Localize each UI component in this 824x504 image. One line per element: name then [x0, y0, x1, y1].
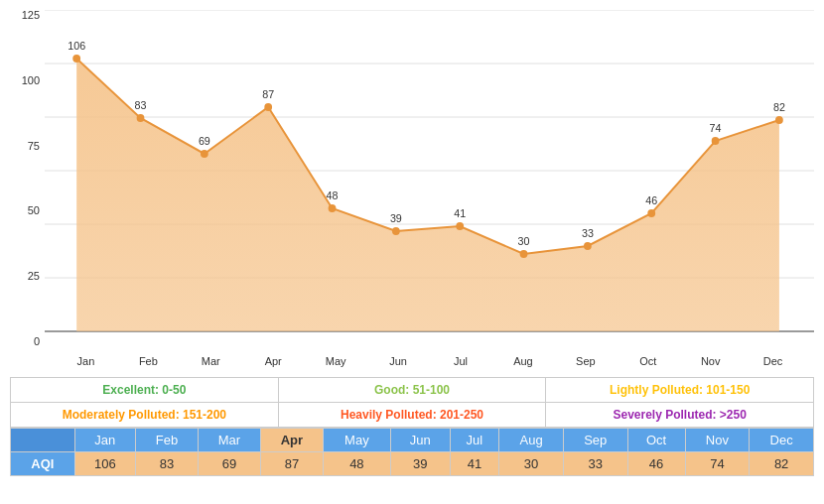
- y-axis: 125 100 75 50 25 0: [10, 10, 45, 347]
- point-jan: [72, 55, 80, 63]
- legend-moderately: Moderately Polluted: 151-200: [11, 403, 279, 427]
- label-jan: 106: [68, 40, 85, 52]
- x-tick-may: May: [305, 355, 367, 367]
- point-nov: [712, 137, 720, 145]
- table-header-feb: Feb: [136, 429, 199, 452]
- legend-row-1: Excellent: 0-50 Good: 51-100 Lightly Pol…: [11, 378, 813, 403]
- table-header-jun: Jun: [390, 429, 450, 452]
- table-val-dec: 82: [750, 452, 814, 476]
- x-axis: Jan Feb Mar Apr May Jun Jul Aug Sep Oct …: [45, 355, 814, 367]
- chart-container: 125 100 75 50 25 0: [0, 0, 824, 476]
- x-tick-nov: Nov: [679, 355, 742, 367]
- table-header-nov: Nov: [685, 429, 750, 452]
- x-tick-aug: Aug: [491, 355, 554, 367]
- table-header-oct: Oct: [627, 429, 685, 452]
- y-tick-75: 75: [28, 141, 40, 152]
- label-apr: 87: [262, 88, 274, 100]
- table-header-aug: Aug: [499, 429, 564, 452]
- label-mar: 69: [199, 135, 210, 147]
- label-nov: 74: [710, 122, 722, 134]
- label-may: 48: [327, 189, 339, 201]
- table-val-jul: 41: [450, 452, 499, 476]
- table-val-feb: 83: [136, 452, 199, 476]
- point-aug: [520, 250, 528, 258]
- chart-plot: 106 83 69 87 48 39 41 30 33 46 74 82: [45, 10, 814, 347]
- x-tick-mar: Mar: [180, 355, 242, 367]
- table-header-jan: Jan: [74, 429, 135, 452]
- legend-heavily: Heavily Polluted: 201-250: [279, 403, 547, 427]
- table-val-oct: 46: [627, 452, 685, 476]
- point-mar: [201, 150, 208, 158]
- x-tick-oct: Oct: [617, 355, 679, 367]
- table-aqi-label: AQI: [11, 452, 75, 476]
- table-header-dec: Dec: [750, 429, 814, 452]
- x-tick-jul: Jul: [430, 355, 492, 367]
- table-val-may: 48: [323, 452, 390, 476]
- x-tick-sep: Sep: [554, 355, 617, 367]
- y-tick-100: 100: [22, 75, 40, 86]
- table-header-apr: Apr: [260, 429, 323, 452]
- table-val-sep: 33: [563, 452, 627, 476]
- x-tick-jan: Jan: [55, 355, 117, 367]
- table-val-mar: 69: [199, 452, 261, 476]
- x-tick-dec: Dec: [742, 355, 804, 367]
- point-apr: [264, 103, 272, 111]
- point-may: [329, 204, 337, 212]
- table-val-jan: 106: [74, 452, 135, 476]
- table-header-mar: Mar: [199, 429, 261, 452]
- y-tick-125: 125: [22, 10, 40, 21]
- table-header-sep: Sep: [563, 429, 627, 452]
- point-oct: [647, 209, 655, 217]
- y-tick-25: 25: [28, 271, 40, 282]
- chart-svg: 106 83 69 87 48 39 41 30 33 46 74 82: [45, 10, 814, 347]
- label-aug: 30: [518, 235, 530, 247]
- x-tick-jun: Jun: [367, 355, 430, 367]
- chart-area: 125 100 75 50 25 0: [10, 10, 814, 377]
- y-tick-0: 0: [34, 336, 40, 347]
- chart-area-fill: [76, 59, 779, 331]
- x-tick-feb: Feb: [117, 355, 180, 367]
- label-feb: 83: [135, 99, 147, 111]
- legend-lightly: Lightly Polluted: 101-150: [546, 378, 813, 402]
- label-jun: 39: [390, 212, 402, 224]
- y-tick-50: 50: [28, 205, 40, 216]
- point-sep: [584, 242, 592, 250]
- label-jul: 41: [454, 207, 466, 219]
- label-sep: 33: [582, 227, 594, 239]
- data-table: Jan Feb Mar Apr May Jun Jul Aug Sep Oct …: [10, 428, 814, 476]
- label-oct: 46: [645, 194, 657, 206]
- point-jun: [392, 227, 400, 235]
- legend-severely: Severely Polluted: >250: [546, 403, 813, 427]
- legend-excellent: Excellent: 0-50: [11, 378, 279, 402]
- table-aqi-row: AQI 106 83 69 87 48 39 41 30 33 46 74 82: [11, 452, 814, 476]
- label-dec: 82: [773, 101, 785, 113]
- point-feb: [137, 114, 145, 122]
- table-val-aug: 30: [499, 452, 564, 476]
- point-jul: [456, 222, 464, 230]
- table-val-jun: 39: [390, 452, 450, 476]
- table-header-may: May: [323, 429, 390, 452]
- legend-area: Excellent: 0-50 Good: 51-100 Lightly Pol…: [10, 377, 814, 428]
- table-header-label: [11, 429, 75, 452]
- point-dec: [775, 116, 783, 124]
- table-header-jul: Jul: [450, 429, 499, 452]
- table-val-nov: 74: [685, 452, 750, 476]
- x-tick-apr: Apr: [242, 355, 305, 367]
- table-val-apr: 87: [260, 452, 323, 476]
- legend-row-2: Moderately Polluted: 151-200 Heavily Pol…: [11, 403, 813, 428]
- table-header-row: Jan Feb Mar Apr May Jun Jul Aug Sep Oct …: [11, 429, 814, 452]
- legend-good: Good: 51-100: [279, 378, 547, 402]
